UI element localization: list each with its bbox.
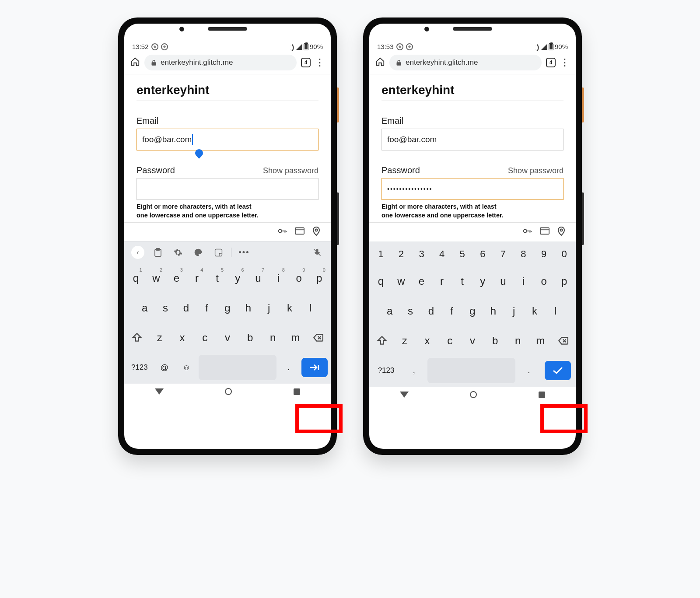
key-icon[interactable]: [522, 226, 532, 238]
key-e[interactable]: e3: [168, 266, 186, 291]
tab-count-button[interactable]: 4: [301, 58, 311, 67]
key-j[interactable]: j: [260, 295, 278, 321]
key-c[interactable]: c: [195, 325, 215, 350]
key-o[interactable]: o9: [290, 266, 308, 291]
key-b[interactable]: b: [240, 325, 260, 350]
show-password-toggle[interactable]: Show password: [263, 166, 318, 175]
key-t[interactable]: t5: [208, 266, 226, 291]
key-b[interactable]: b: [485, 328, 505, 353]
url-bar[interactable]: enterkeyhint.glitch.me: [144, 55, 297, 70]
key-l[interactable]: l: [301, 295, 319, 321]
key-u[interactable]: u: [494, 269, 512, 294]
key-icon[interactable]: [277, 226, 287, 238]
sticker-icon[interactable]: [209, 245, 228, 260]
symbols-key[interactable]: ?123: [127, 355, 152, 380]
nav-back-icon[interactable]: [400, 392, 409, 398]
key-x[interactable]: x: [417, 328, 438, 353]
nav-home-icon[interactable]: [225, 388, 232, 395]
key-r[interactable]: r: [433, 269, 451, 294]
nav-recent-icon[interactable]: [294, 388, 300, 395]
key-1[interactable]: 1: [372, 244, 390, 264]
nav-back-icon[interactable]: [155, 388, 164, 395]
period-key[interactable]: .: [279, 355, 298, 380]
keyboard-back-button[interactable]: ‹: [129, 245, 147, 260]
enter-key-next[interactable]: [301, 358, 328, 377]
key-s[interactable]: s: [156, 295, 174, 321]
key-a[interactable]: a: [381, 298, 399, 324]
nav-home-icon[interactable]: [470, 391, 477, 398]
key-6[interactable]: 6: [474, 244, 492, 264]
more-horizontal-icon[interactable]: •••: [235, 245, 253, 260]
emoji-key[interactable]: ☺: [177, 355, 196, 380]
key-t[interactable]: t: [453, 269, 471, 294]
key-h[interactable]: h: [484, 298, 502, 324]
key-2[interactable]: 2: [392, 244, 410, 264]
nav-recent-icon[interactable]: [539, 392, 545, 398]
enter-key-done[interactable]: [545, 361, 571, 380]
key-k[interactable]: k: [525, 298, 543, 324]
key-7[interactable]: 7: [494, 244, 512, 264]
password-input[interactable]: [136, 178, 318, 200]
key-4[interactable]: 4: [433, 244, 451, 264]
credit-card-icon[interactable]: [295, 227, 304, 237]
palette-icon[interactable]: [189, 245, 207, 260]
clipboard-icon[interactable]: [149, 245, 167, 260]
key-v[interactable]: v: [462, 328, 483, 353]
key-d[interactable]: d: [422, 298, 440, 324]
home-icon[interactable]: [375, 57, 385, 68]
backspace-key[interactable]: [553, 328, 573, 353]
key-w[interactable]: w: [392, 269, 410, 294]
gear-icon[interactable]: [169, 245, 187, 260]
key-n[interactable]: n: [508, 328, 528, 353]
key-e[interactable]: e: [413, 269, 430, 294]
key-m[interactable]: m: [285, 325, 305, 350]
shift-key[interactable]: [127, 325, 147, 350]
key-q[interactable]: q1: [127, 266, 145, 291]
key-m[interactable]: m: [530, 328, 550, 353]
key-q[interactable]: q: [372, 269, 390, 294]
password-input[interactable]: •••••••••••••••: [382, 178, 564, 200]
key-u[interactable]: u7: [249, 266, 267, 291]
credit-card-icon[interactable]: [540, 227, 550, 237]
at-key[interactable]: @: [155, 355, 174, 380]
key-9[interactable]: 9: [535, 244, 553, 264]
key-0[interactable]: 0: [555, 244, 573, 264]
key-f[interactable]: f: [198, 295, 216, 321]
location-pin-icon[interactable]: [557, 226, 565, 238]
key-k[interactable]: k: [280, 295, 298, 321]
email-input[interactable]: foo@bar.com: [136, 129, 318, 150]
more-icon[interactable]: ⋮: [560, 61, 570, 65]
url-bar[interactable]: enterkeyhint.glitch.me: [389, 55, 542, 70]
location-pin-icon[interactable]: [312, 226, 320, 238]
key-i[interactable]: i8: [270, 266, 287, 291]
key-i[interactable]: i: [514, 269, 532, 294]
key-g[interactable]: g: [463, 298, 481, 324]
space-key[interactable]: [427, 358, 515, 383]
key-s[interactable]: s: [401, 298, 419, 324]
key-j[interactable]: j: [505, 298, 523, 324]
shift-key[interactable]: [372, 328, 392, 353]
comma-key[interactable]: ,: [403, 358, 425, 383]
key-l[interactable]: l: [546, 298, 564, 324]
key-y[interactable]: y: [474, 269, 492, 294]
more-icon[interactable]: ⋮: [315, 61, 325, 65]
key-w[interactable]: w2: [147, 266, 165, 291]
key-n[interactable]: n: [263, 325, 283, 350]
key-o[interactable]: o: [535, 269, 553, 294]
key-f[interactable]: f: [443, 298, 461, 324]
period-key[interactable]: .: [518, 358, 540, 383]
mic-off-icon[interactable]: [308, 245, 326, 260]
backspace-key[interactable]: [308, 325, 328, 350]
space-key[interactable]: [199, 355, 276, 380]
key-a[interactable]: a: [136, 295, 154, 321]
key-c[interactable]: c: [440, 328, 460, 353]
key-p[interactable]: p: [555, 269, 573, 294]
key-z[interactable]: z: [150, 325, 170, 350]
key-r[interactable]: r4: [188, 266, 206, 291]
key-8[interactable]: 8: [514, 244, 532, 264]
key-y[interactable]: y6: [229, 266, 247, 291]
symbols-key[interactable]: ?123: [372, 358, 400, 383]
home-icon[interactable]: [130, 57, 140, 68]
key-z[interactable]: z: [395, 328, 415, 353]
key-5[interactable]: 5: [453, 244, 471, 264]
